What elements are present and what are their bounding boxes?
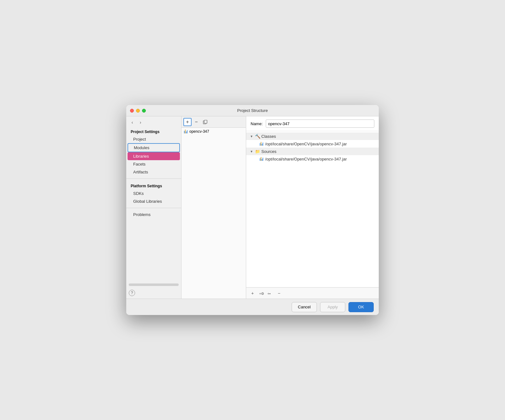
classes-section-header: ▼ 🔨 Classes — [246, 132, 379, 140]
main-content: ‹ › Project Settings Project Modules Lib… — [126, 116, 379, 299]
classes-path: /opt/local/share/OpenCV/java/opencv-347.… — [265, 142, 347, 146]
detail-add-button[interactable]: + — [249, 289, 256, 297]
library-list: opencv-347 — [181, 128, 246, 299]
back-button[interactable]: ‹ — [129, 119, 136, 126]
copy-library-button[interactable] — [201, 118, 209, 126]
detail-panel: Name: ▼ 🔨 Classes — [246, 116, 379, 299]
footer: Cancel Apply OK — [126, 299, 379, 315]
lib-toolbar: + − — [181, 116, 246, 128]
sidebar-divider — [126, 178, 181, 179]
sidebar-item-facets[interactable]: Facets — [126, 160, 181, 168]
jar-icon-sources — [259, 156, 264, 161]
titlebar: Project Structure — [126, 105, 379, 116]
sources-child-item[interactable]: /opt/local/share/OpenCV/java/opencv-347.… — [246, 155, 379, 163]
list-item[interactable]: opencv-347 — [181, 128, 246, 135]
forward-button[interactable]: › — [137, 119, 144, 126]
sidebar: ‹ › Project Settings Project Modules Lib… — [126, 116, 181, 299]
nav-row: ‹ › — [126, 118, 181, 127]
detail-header: Name: — [246, 116, 379, 131]
jar-icon-classes — [259, 141, 264, 146]
apply-button[interactable]: Apply — [320, 302, 345, 312]
help-button[interactable]: ? — [129, 290, 135, 296]
copy-icon — [203, 120, 207, 124]
project-structure-window: Project Structure ‹ › Project Settings P… — [126, 105, 379, 315]
cancel-button[interactable]: Cancel — [292, 302, 317, 312]
project-settings-header: Project Settings — [126, 127, 181, 135]
svg-rect-1 — [204, 120, 207, 123]
close-button[interactable] — [130, 109, 134, 113]
sidebar-item-project[interactable]: Project — [126, 135, 181, 143]
sidebar-item-global-libraries[interactable]: Global Libraries — [126, 197, 181, 205]
ok-button[interactable]: OK — [348, 302, 374, 312]
sidebar-item-sdks[interactable]: SDKs — [126, 190, 181, 197]
detail-bottom-bar: + +⚙ +▪ − — [246, 287, 379, 299]
tree-area: ▼ 🔨 Classes /opt/lo — [246, 131, 379, 287]
sidebar-item-modules[interactable]: Modules — [128, 143, 180, 152]
add-config-icon: +⚙ — [259, 291, 264, 296]
sidebar-help-row: ? — [126, 287, 181, 299]
sources-label: Sources — [261, 149, 276, 154]
platform-settings-header: Platform Settings — [126, 181, 181, 190]
remove-library-button[interactable]: − — [192, 118, 200, 126]
classes-child-item[interactable]: /opt/local/share/OpenCV/java/opencv-347.… — [246, 140, 379, 148]
sidebar-item-problems[interactable]: Problems — [126, 211, 181, 219]
sources-path: /opt/local/share/OpenCV/java/opencv-347.… — [265, 157, 347, 161]
hammer-icon: 🔨 — [255, 134, 260, 139]
detail-add-config-button[interactable]: +⚙ — [258, 289, 265, 297]
detail-remove-button[interactable]: − — [275, 289, 283, 297]
sidebar-item-libraries[interactable]: Libraries — [128, 152, 180, 160]
library-list-panel: + − opencv-347 — [181, 116, 246, 299]
sidebar-divider-2 — [126, 208, 181, 208]
classes-toggle[interactable]: ▼ — [249, 134, 254, 138]
sources-toggle[interactable]: ▼ — [249, 149, 254, 154]
sidebar-scrollbar[interactable] — [129, 283, 179, 286]
name-input[interactable] — [266, 120, 374, 128]
classes-label: Classes — [261, 134, 276, 139]
svg-text:+⚙: +⚙ — [259, 292, 264, 295]
add-library-button[interactable]: + — [183, 118, 192, 126]
add-env-icon: +▪ — [267, 291, 273, 296]
detail-add-env-button[interactable]: +▪ — [266, 289, 274, 297]
maximize-button[interactable] — [142, 109, 146, 113]
window-title: Project Structure — [237, 108, 268, 113]
folder-icon: 📁 — [255, 149, 260, 154]
sources-section-header: ▼ 📁 Sources — [246, 148, 379, 155]
sidebar-item-artifacts[interactable]: Artifacts — [126, 168, 181, 176]
lib-item-label: opencv-347 — [189, 129, 209, 134]
minimize-button[interactable] — [136, 109, 140, 113]
traffic-lights — [130, 109, 146, 113]
jar-icon — [184, 130, 187, 133]
svg-text:+▪: +▪ — [267, 292, 270, 295]
name-label: Name: — [251, 121, 263, 126]
